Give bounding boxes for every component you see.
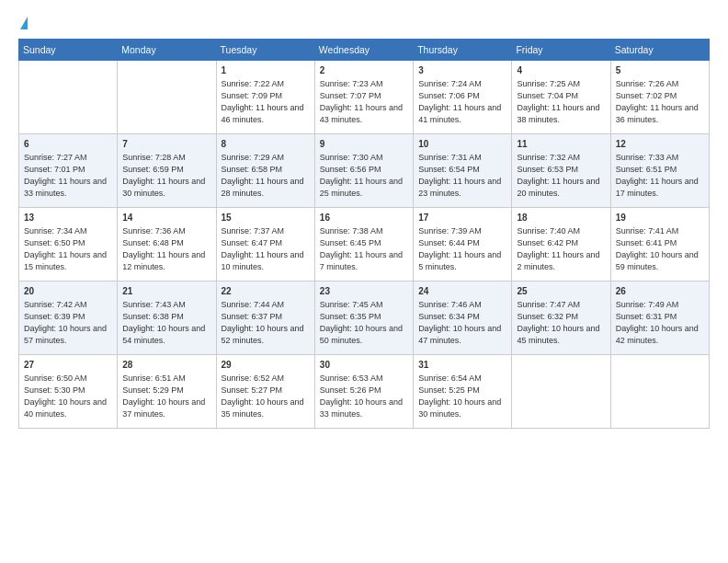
day-cell bbox=[512, 355, 610, 429]
day-info: Sunrise: 7:23 AM Sunset: 7:07 PM Dayligh… bbox=[320, 78, 408, 126]
day-number: 17 bbox=[418, 212, 506, 224]
day-cell: 21Sunrise: 7:43 AM Sunset: 6:38 PM Dayli… bbox=[118, 282, 216, 355]
day-number: 18 bbox=[517, 212, 605, 224]
day-number: 23 bbox=[320, 285, 408, 298]
day-cell: 10Sunrise: 7:31 AM Sunset: 6:54 PM Dayli… bbox=[414, 134, 512, 208]
day-info: Sunrise: 7:49 AM Sunset: 6:31 PM Dayligh… bbox=[616, 299, 704, 347]
day-number: 3 bbox=[418, 64, 506, 77]
day-number: 2 bbox=[320, 64, 408, 77]
day-info: Sunrise: 7:40 AM Sunset: 6:42 PM Dayligh… bbox=[517, 225, 605, 273]
day-info: Sunrise: 7:32 AM Sunset: 6:53 PM Dayligh… bbox=[517, 152, 605, 200]
day-info: Sunrise: 7:31 AM Sunset: 6:54 PM Dayligh… bbox=[418, 152, 506, 200]
day-number: 20 bbox=[24, 285, 112, 298]
day-info: Sunrise: 7:30 AM Sunset: 6:56 PM Dayligh… bbox=[320, 152, 408, 200]
weekday-header-saturday: Saturday bbox=[610, 40, 709, 61]
day-number: 14 bbox=[122, 212, 210, 224]
day-number: 30 bbox=[320, 359, 408, 372]
day-info: Sunrise: 7:24 AM Sunset: 7:06 PM Dayligh… bbox=[418, 78, 506, 126]
day-info: Sunrise: 7:43 AM Sunset: 6:38 PM Dayligh… bbox=[122, 299, 210, 347]
day-info: Sunrise: 7:33 AM Sunset: 6:51 PM Dayligh… bbox=[616, 152, 704, 200]
day-number: 26 bbox=[616, 285, 704, 298]
day-cell: 18Sunrise: 7:40 AM Sunset: 6:42 PM Dayli… bbox=[512, 208, 610, 282]
day-info: Sunrise: 7:28 AM Sunset: 6:59 PM Dayligh… bbox=[122, 152, 210, 200]
weekday-header-tuesday: Tuesday bbox=[216, 40, 314, 61]
day-cell: 2Sunrise: 7:23 AM Sunset: 7:07 PM Daylig… bbox=[314, 61, 413, 134]
logo bbox=[18, 17, 28, 29]
day-cell: 13Sunrise: 7:34 AM Sunset: 6:50 PM Dayli… bbox=[19, 208, 118, 282]
day-info: Sunrise: 7:27 AM Sunset: 7:01 PM Dayligh… bbox=[24, 152, 112, 200]
day-info: Sunrise: 6:53 AM Sunset: 5:26 PM Dayligh… bbox=[320, 373, 408, 420]
day-cell: 23Sunrise: 7:45 AM Sunset: 6:35 PM Dayli… bbox=[314, 282, 413, 355]
day-info: Sunrise: 7:26 AM Sunset: 7:02 PM Dayligh… bbox=[616, 78, 704, 126]
day-cell: 11Sunrise: 7:32 AM Sunset: 6:53 PM Dayli… bbox=[512, 134, 610, 208]
day-cell: 15Sunrise: 7:37 AM Sunset: 6:47 PM Dayli… bbox=[216, 208, 314, 282]
day-cell: 9Sunrise: 7:30 AM Sunset: 6:56 PM Daylig… bbox=[314, 134, 413, 208]
day-cell: 30Sunrise: 6:53 AM Sunset: 5:26 PM Dayli… bbox=[314, 355, 413, 429]
week-row-1: 1Sunrise: 7:22 AM Sunset: 7:09 PM Daylig… bbox=[19, 61, 710, 134]
day-cell bbox=[118, 61, 216, 134]
day-info: Sunrise: 7:42 AM Sunset: 6:39 PM Dayligh… bbox=[24, 299, 112, 347]
day-info: Sunrise: 7:41 AM Sunset: 6:41 PM Dayligh… bbox=[616, 225, 704, 273]
day-info: Sunrise: 6:51 AM Sunset: 5:29 PM Dayligh… bbox=[122, 373, 210, 420]
day-number: 25 bbox=[517, 285, 605, 298]
day-info: Sunrise: 7:38 AM Sunset: 6:45 PM Dayligh… bbox=[320, 225, 408, 273]
day-cell: 19Sunrise: 7:41 AM Sunset: 6:41 PM Dayli… bbox=[610, 208, 709, 282]
day-info: Sunrise: 6:50 AM Sunset: 5:30 PM Dayligh… bbox=[24, 373, 112, 420]
day-number: 28 bbox=[122, 359, 210, 372]
day-cell: 14Sunrise: 7:36 AM Sunset: 6:48 PM Dayli… bbox=[118, 208, 216, 282]
day-cell: 8Sunrise: 7:29 AM Sunset: 6:58 PM Daylig… bbox=[216, 134, 314, 208]
day-number: 10 bbox=[418, 138, 506, 151]
day-number: 1 bbox=[222, 64, 310, 77]
day-info: Sunrise: 7:34 AM Sunset: 6:50 PM Dayligh… bbox=[24, 225, 112, 273]
day-number: 8 bbox=[222, 138, 310, 151]
day-number: 29 bbox=[222, 359, 310, 372]
day-number: 5 bbox=[616, 64, 704, 77]
day-cell: 3Sunrise: 7:24 AM Sunset: 7:06 PM Daylig… bbox=[414, 61, 512, 134]
day-cell bbox=[610, 355, 709, 429]
weekday-header-wednesday: Wednesday bbox=[314, 40, 413, 61]
weekday-header-monday: Monday bbox=[118, 40, 216, 61]
calendar-body: 1Sunrise: 7:22 AM Sunset: 7:09 PM Daylig… bbox=[19, 61, 710, 429]
weekday-header-thursday: Thursday bbox=[414, 40, 512, 61]
day-cell: 6Sunrise: 7:27 AM Sunset: 7:01 PM Daylig… bbox=[19, 134, 118, 208]
day-info: Sunrise: 7:37 AM Sunset: 6:47 PM Dayligh… bbox=[222, 225, 310, 273]
page: SundayMondayTuesdayWednesdayThursdayFrid… bbox=[0, 0, 728, 563]
day-cell bbox=[19, 61, 118, 134]
day-info: Sunrise: 7:47 AM Sunset: 6:32 PM Dayligh… bbox=[517, 299, 605, 347]
day-cell: 26Sunrise: 7:49 AM Sunset: 6:31 PM Dayli… bbox=[610, 282, 709, 355]
header bbox=[18, 17, 710, 29]
day-info: Sunrise: 6:54 AM Sunset: 5:25 PM Dayligh… bbox=[418, 373, 506, 420]
day-number: 12 bbox=[616, 138, 704, 151]
day-cell: 16Sunrise: 7:38 AM Sunset: 6:45 PM Dayli… bbox=[314, 208, 413, 282]
day-cell: 25Sunrise: 7:47 AM Sunset: 6:32 PM Dayli… bbox=[512, 282, 610, 355]
day-number: 6 bbox=[24, 138, 112, 151]
calendar-table: SundayMondayTuesdayWednesdayThursdayFrid… bbox=[18, 39, 710, 429]
day-info: Sunrise: 7:46 AM Sunset: 6:34 PM Dayligh… bbox=[418, 299, 506, 347]
day-info: Sunrise: 7:36 AM Sunset: 6:48 PM Dayligh… bbox=[122, 225, 210, 273]
day-number: 31 bbox=[418, 359, 506, 372]
day-number: 22 bbox=[222, 285, 310, 298]
day-number: 13 bbox=[24, 212, 112, 224]
day-number: 27 bbox=[24, 359, 112, 372]
day-cell: 24Sunrise: 7:46 AM Sunset: 6:34 PM Dayli… bbox=[414, 282, 512, 355]
day-info: Sunrise: 6:52 AM Sunset: 5:27 PM Dayligh… bbox=[222, 373, 310, 420]
logo-icon bbox=[20, 17, 28, 29]
day-cell: 20Sunrise: 7:42 AM Sunset: 6:39 PM Dayli… bbox=[19, 282, 118, 355]
day-info: Sunrise: 7:22 AM Sunset: 7:09 PM Dayligh… bbox=[222, 78, 310, 126]
day-cell: 27Sunrise: 6:50 AM Sunset: 5:30 PM Dayli… bbox=[19, 355, 118, 429]
day-number: 15 bbox=[222, 212, 310, 224]
weekday-header-friday: Friday bbox=[512, 40, 610, 61]
day-cell: 12Sunrise: 7:33 AM Sunset: 6:51 PM Dayli… bbox=[610, 134, 709, 208]
day-number: 16 bbox=[320, 212, 408, 224]
week-row-5: 27Sunrise: 6:50 AM Sunset: 5:30 PM Dayli… bbox=[19, 355, 710, 429]
day-info: Sunrise: 7:44 AM Sunset: 6:37 PM Dayligh… bbox=[222, 299, 310, 347]
day-number: 7 bbox=[122, 138, 210, 151]
day-cell: 5Sunrise: 7:26 AM Sunset: 7:02 PM Daylig… bbox=[610, 61, 709, 134]
week-row-2: 6Sunrise: 7:27 AM Sunset: 7:01 PM Daylig… bbox=[19, 134, 710, 208]
weekday-header-row: SundayMondayTuesdayWednesdayThursdayFrid… bbox=[19, 40, 710, 61]
day-number: 11 bbox=[517, 138, 605, 151]
day-number: 19 bbox=[616, 212, 704, 224]
week-row-4: 20Sunrise: 7:42 AM Sunset: 6:39 PM Dayli… bbox=[19, 282, 710, 355]
weekday-header-sunday: Sunday bbox=[19, 40, 118, 61]
day-cell: 4Sunrise: 7:25 AM Sunset: 7:04 PM Daylig… bbox=[512, 61, 610, 134]
